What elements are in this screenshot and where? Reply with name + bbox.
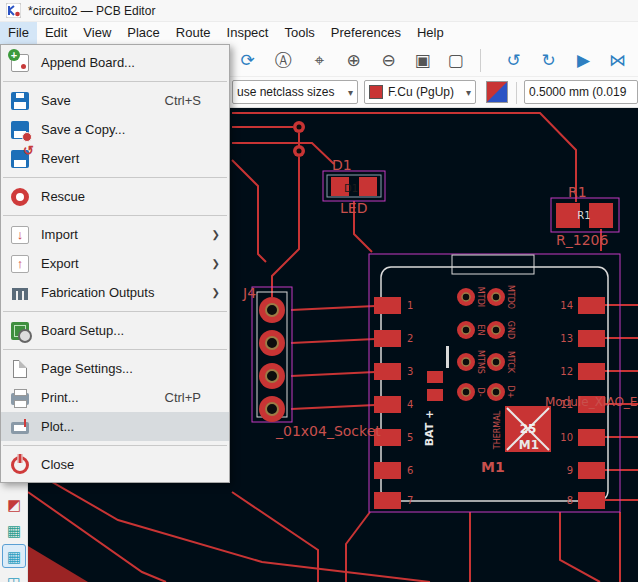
menu-separator [3,177,227,178]
fabrication-icon [11,284,29,302]
menu-item-label: Append Board... [41,55,135,70]
track-width-combo[interactable]: 0.5000 mm (0.019 [524,80,638,104]
j4-pad-hole [266,337,278,349]
zoom-in-icon[interactable]: ⊕ [340,47,367,74]
redo-icon[interactable]: ↻ [535,47,562,74]
menu-item-page-settings[interactable]: Page Settings... [1,354,229,383]
menu-view[interactable]: View [75,22,119,44]
netclass-combo[interactable]: use netclass sizes ▾ [232,80,358,104]
layer-pair-indicator-icon[interactable] [486,81,508,103]
pad-label: MTMS [476,350,485,374]
pad-number: 4 [407,399,413,410]
menu-separator [3,81,227,82]
menu-place[interactable]: Place [119,22,168,44]
rescue-icon [11,188,29,206]
toolbar-separator [516,82,517,104]
j4-value: _01x04_Socket [275,423,381,439]
module-pad-12 [578,363,605,380]
menu-item-label: Close [41,457,74,472]
undo-icon[interactable]: ↺ [500,47,527,74]
submenu-arrow-icon: ❯ [212,258,220,269]
module-inner-pad-hole [462,358,470,366]
menu-file[interactable]: File [0,22,37,44]
page-settings-icon [13,360,27,378]
module-pad-1 [374,297,401,314]
zoom-out-icon[interactable]: ⊖ [375,47,402,74]
refresh-icon[interactable]: ⟳ [234,47,261,74]
pad-number: 10 [560,432,573,443]
export-icon [11,255,29,273]
menu-item-board-setup[interactable]: Board Setup... [1,316,229,345]
menu-separator [3,215,227,216]
via-hole [297,125,302,130]
menu-item-label: Rescue [41,189,85,204]
module-pad-3 [374,363,401,380]
pcb-editor-window: *circuito2 — PCB Editor FileEditViewPlac… [0,0,638,582]
blue-arrow-icon[interactable]: ▶ [570,47,597,74]
pad-number: 2 [407,333,413,344]
thermal-label: THERMAL [493,410,502,450]
r1-silk: R1 [577,210,590,221]
units-icon[interactable]: ▦ [2,544,26,568]
pad-label: MTCK [506,351,515,374]
zoom-fit-icon[interactable]: ▣ [409,47,436,74]
menu-item-label: Save a Copy... [41,122,125,137]
menubar: FileEditViewPlaceRouteInspectToolsPrefer… [0,22,638,44]
module-pad-9 [578,462,605,479]
menu-help[interactable]: Help [409,22,452,44]
menu-item-save-a-copy[interactable]: Save a Copy... [1,115,229,144]
trace [291,339,375,343]
menu-item-plot[interactable]: Plot... [1,412,229,441]
window-title: *circuito2 — PCB Editor [28,4,155,18]
module-inner-pad-hole [492,293,500,301]
menu-item-label: Save [41,93,71,108]
pad-label: GND [506,321,515,339]
menu-edit[interactable]: Edit [37,22,75,44]
j4-ref: J4 [242,285,256,301]
menu-item-fabrication-outputs[interactable]: Fabrication Outputs❯ [1,278,229,307]
module-inner-pad-hole [492,326,500,334]
trace [291,372,375,376]
menu-route[interactable]: Route [168,22,219,44]
menu-item-import[interactable]: Import❯ [1,220,229,249]
menu-item-save[interactable]: SaveCtrl+S [1,86,229,115]
menu-inspect[interactable]: Inspect [219,22,277,44]
module-usb-notch [452,255,534,274]
module-pad-4 [374,396,401,413]
zoom-page-icon[interactable]: ▢ [442,47,469,74]
measure-tool-icon[interactable]: ◩ [2,492,26,516]
menu-item-export[interactable]: Export❯ [1,249,229,278]
pad-label: EN [476,324,485,335]
menu-item-shortcut: Ctrl+P [165,390,221,405]
r1-pad [589,203,613,228]
menu-item-revert[interactable]: Revert [1,144,229,173]
trace [272,157,299,297]
menu-item-close[interactable]: Close [1,450,229,479]
menu-separator [3,445,227,446]
menu-tools[interactable]: Tools [276,22,322,44]
layer-combo[interactable]: F.Cu (PgUp) ▾ [364,80,476,104]
module-pad-10 [578,429,605,446]
print-icon [11,393,29,405]
grid-toggle-icon[interactable]: ▦ [2,518,26,542]
close-icon [11,456,29,474]
module-pad-14 [578,297,605,314]
module-pad-2 [374,330,401,347]
menu-item-append-board[interactable]: Append Board... [1,48,229,77]
menu-preferences[interactable]: Preferences [323,22,409,44]
cursor-style-icon[interactable]: ◫ [2,570,26,582]
module-inner-pad-hole [492,388,500,396]
menu-item-label: Plot... [41,419,74,434]
pad-label: MTDI [476,287,485,307]
thermal-number: 25 [520,422,537,436]
pad-number: 5 [407,432,413,443]
plot-icon [11,422,29,434]
menu-item-label: Fabrication Outputs [41,285,154,300]
zoom-to-selection-icon[interactable]: ⌖ [306,47,333,74]
layer-color-swatch [369,85,383,99]
flip-board-view-icon[interactable]: ⋈ [604,47,631,74]
menu-item-rescue[interactable]: Rescue [1,182,229,211]
menu-item-print[interactable]: Print...Ctrl+P [1,383,229,412]
d1-value: LED [340,200,367,216]
zoom-to-objects-icon[interactable]: Ⓐ [270,47,297,74]
